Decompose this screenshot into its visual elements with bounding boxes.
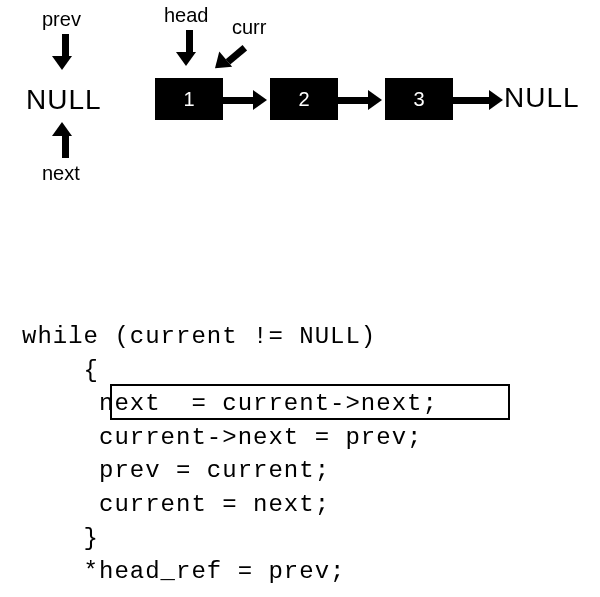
curr-arrow-icon [212, 42, 249, 76]
null-left-text: NULL [26, 84, 102, 116]
node-1-value: 1 [183, 88, 194, 111]
head-arrow-icon [182, 30, 196, 66]
prev-arrow-icon [58, 34, 72, 70]
link-arrow-1-icon [223, 90, 267, 110]
null-right-text: NULL [504, 82, 580, 114]
node-3: 3 [385, 78, 453, 120]
code-line-1: while (current != NULL) [22, 320, 438, 354]
link-arrow-2-icon [338, 90, 382, 110]
code-line-7: } [22, 522, 438, 556]
node-2: 2 [270, 78, 338, 120]
code-line-6: current = next; [22, 488, 438, 522]
node-2-value: 2 [298, 88, 309, 111]
link-arrow-3-icon [453, 90, 503, 110]
linked-list-diagram: prev NULL next head curr 1 2 3 NULL [0, 0, 600, 220]
prev-label: prev [42, 8, 81, 31]
code-highlight-box [110, 384, 510, 420]
code-line-4: current->next = prev; [22, 421, 438, 455]
node-1: 1 [155, 78, 223, 120]
next-label: next [42, 162, 80, 185]
node-3-value: 3 [413, 88, 424, 111]
head-label: head [164, 4, 209, 27]
code-line-2: { [22, 354, 438, 388]
code-line-5: prev = current; [22, 454, 438, 488]
code-block: while (current != NULL) { next = current… [22, 320, 438, 589]
curr-label: curr [232, 16, 266, 39]
next-arrow-icon [58, 122, 72, 158]
code-line-8: *head_ref = prev; [22, 555, 438, 589]
